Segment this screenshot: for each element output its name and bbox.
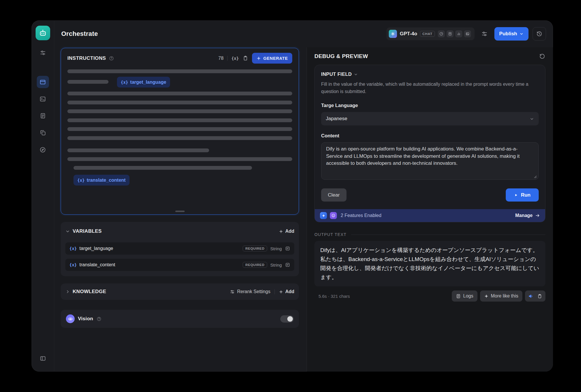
variable-x-icon: {x} [121,80,128,85]
variable-row[interactable]: {x} translate_content REQUIRED String [65,259,294,271]
manage-features-button[interactable]: Manage [515,213,540,218]
sidebar-item-logs[interactable] [37,110,49,122]
divider [351,235,545,235]
logs-button[interactable]: Logs [452,290,477,302]
variables-title: VARIABLES [73,228,102,234]
generate-button[interactable]: GENERATE [252,53,292,64]
variable-x-icon: {x} [77,178,85,183]
image-icon [464,30,471,37]
publish-button[interactable]: Publish [494,27,528,41]
app-avatar[interactable] [36,26,50,40]
play-icon [514,193,518,197]
redacted-text-line [67,80,108,84]
plus-icon [279,290,283,294]
more-like-this-label: More like this [491,293,518,299]
rerank-label: Rerank Settings [237,289,270,294]
help-icon[interactable] [97,316,102,321]
top-bar: Orchestrate GPT-4o CHAT [54,20,553,47]
variable-row[interactable]: {x} target_language REQUIRED String [65,242,294,255]
model-settings-icon-button[interactable] [479,28,490,40]
collapse-sidebar-button[interactable] [37,352,49,365]
audio-actions [525,290,545,302]
variable-type: String [270,246,282,251]
variable-x-icon: {x} [69,262,77,267]
input-field-body: INPUT FIELD Fill in the value of the var… [315,65,545,209]
variable-type: String [270,262,282,267]
redacted-text-line [67,118,292,122]
form-actions: Clear Run [321,188,539,202]
variable-insert-icon[interactable]: {x} [231,56,239,61]
sparkle-icon [484,294,489,298]
document-icon [40,113,46,119]
top-bar-actions: GPT-4o CHAT [386,27,546,41]
debug-title: DEBUG & PREVIEW [314,53,368,60]
input-field-header[interactable]: INPUT FIELD [321,71,539,77]
string-type-icon[interactable] [285,246,290,251]
vision-toggle[interactable] [280,315,294,323]
sliders-icon [40,50,46,56]
resize-corner-icon[interactable] [533,175,537,178]
redacted-text-line [67,157,292,161]
prompt-skeleton: {x} target_language {x} [67,69,292,186]
variable-chip[interactable]: {x} translate_content [74,175,130,186]
chevron-down-icon [65,229,70,234]
orchestrate-window-icon [39,79,46,85]
content-label: Content [321,133,539,139]
debug-header: DEBUG & PREVIEW [314,53,545,60]
preferences-icon-button[interactable] [37,47,49,59]
variable-x-icon: {x} [69,246,77,251]
gauge-icon [438,30,445,37]
knowledge-panel: KNOWLEDGE Rerank Settings [61,284,299,300]
chat-mode-badge: CHAT [420,31,435,37]
output-footer: 5.6s · 321 chars Logs [314,290,545,302]
logs-icon [456,294,461,299]
output-header: OUTPUT TEXT [314,232,545,237]
sidebar-item-orchestrate[interactable] [37,76,49,88]
chevron-right-icon[interactable] [65,289,70,294]
variables-header[interactable]: VARIABLES Add [65,224,294,238]
selected-language: Japanese [326,116,347,122]
compass-icon [39,146,46,153]
doc-icon [447,30,454,37]
add-label: Add [285,229,294,234]
model-selector[interactable]: GPT-4o CHAT [386,27,475,40]
variable-row-meta: REQUIRED String [243,262,290,268]
instructions-header: INSTRUCTIONS 78 {x} [61,48,299,66]
main-area: Orchestrate GPT-4o CHAT [54,20,553,372]
model-name: GPT-4o [400,31,417,37]
generate-label: GENERATE [263,56,288,61]
add-variable-button[interactable]: Add [279,229,294,234]
add-knowledge-button[interactable]: Add [279,289,294,294]
chevron-down-icon [519,32,524,36]
char-count: 78 [218,56,224,61]
help-icon[interactable] [109,56,114,61]
rerank-settings-button[interactable]: Rerank Settings [230,289,270,294]
history-button[interactable] [533,27,546,41]
restart-icon-button[interactable] [539,53,545,60]
sidebar-item-annotation[interactable] [37,127,49,139]
rerank-sliders-icon [230,289,235,294]
more-like-this-button[interactable]: More like this [480,290,522,302]
equalizer-icon [455,30,462,37]
variables-panel: VARIABLES Add {x} target_language REQUIR [61,222,299,276]
sidebar-item-terminal[interactable] [37,93,49,105]
resize-handle[interactable] [175,211,185,212]
copy-icon[interactable] [537,294,542,299]
model-feature-icons [438,30,471,37]
manage-label: Manage [515,213,533,218]
sidebar-item-explore[interactable] [37,144,49,156]
content-textarea[interactable]: Dify is an open-source platform for buil… [321,142,539,180]
variable-name: translate_content [79,262,115,267]
arrow-right-icon [535,213,540,218]
output-title: OUTPUT TEXT [314,232,346,237]
run-button[interactable]: Run [506,188,539,202]
string-type-icon[interactable] [285,262,290,267]
clear-button[interactable]: Clear [321,188,346,202]
toggle-knob [287,316,293,322]
variable-chip[interactable]: {x} target_language [117,77,170,88]
target-language-select[interactable]: Japanese [321,112,539,125]
clipboard-icon[interactable] [243,55,248,61]
vision-panel: Vision [61,310,299,328]
sidebar [32,20,54,372]
speaker-icon[interactable] [528,293,534,299]
